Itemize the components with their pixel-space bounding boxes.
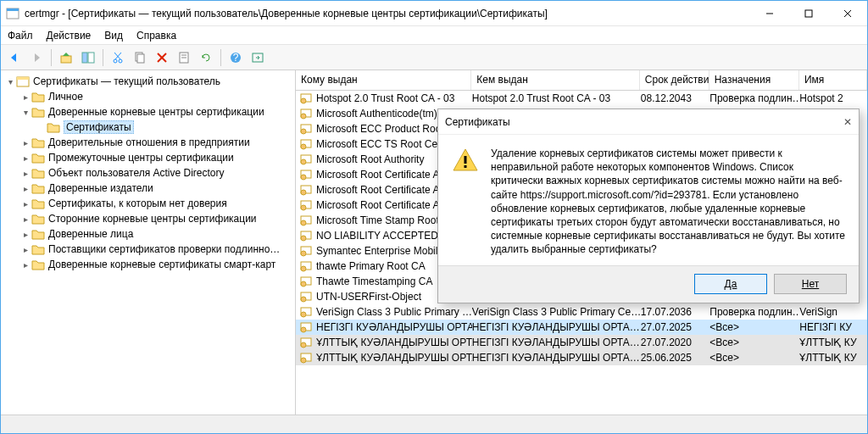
svg-rect-1: [7, 8, 19, 11]
menu-file[interactable]: Файл: [8, 30, 33, 42]
svg-point-60: [301, 358, 306, 363]
toolbar-sep: [220, 49, 221, 66]
toolbar-sep: [51, 49, 52, 66]
svg-rect-61: [465, 156, 467, 164]
tree-item[interactable]: ▸Доверенные лица: [1, 226, 295, 242]
svg-point-30: [301, 129, 306, 134]
svg-point-36: [301, 175, 306, 180]
col-expires[interactable]: Срок действия: [640, 70, 709, 90]
svg-rect-7: [82, 53, 87, 63]
svg-point-44: [301, 236, 306, 241]
tree-item[interactable]: ▸Промежуточные центры сертификации: [1, 150, 295, 165]
tree-item[interactable]: ▸Сертификаты, к которым нет доверия: [1, 196, 295, 211]
svg-rect-3: [805, 10, 812, 17]
forward-button[interactable]: [26, 47, 47, 68]
tree-item[interactable]: ▾Доверенные корневые центры сертификации: [1, 104, 295, 120]
warning-icon: [452, 147, 479, 174]
refresh-button[interactable]: [196, 47, 216, 68]
tree-item[interactable]: ▸Доверительные отношения в предприятии: [1, 135, 295, 150]
maximize-button[interactable]: [789, 1, 828, 26]
tree-item[interactable]: ▸Личное: [1, 89, 295, 104]
cert-row[interactable]: ҰЛТТЫҚ КУӘЛАНДЫРУШЫ ОРТА…НЕГІЗГІ КУӘЛАНД…: [296, 350, 867, 365]
up-button[interactable]: [56, 47, 76, 68]
export-button[interactable]: [248, 47, 268, 68]
confirm-dialog: Сертификаты ✕ Удаление корневых сертифик…: [437, 108, 860, 303]
menu-action[interactable]: Действие: [47, 30, 92, 42]
tree-item[interactable]: Сертификаты: [1, 120, 295, 135]
svg-point-46: [301, 251, 306, 256]
dialog-yes-button[interactable]: Да: [694, 274, 767, 294]
col-purpose[interactable]: Назначения: [709, 70, 799, 90]
svg-rect-6: [61, 56, 71, 63]
menu-help[interactable]: Справка: [136, 30, 176, 42]
menu-view[interactable]: Вид: [104, 30, 123, 42]
show-hide-tree-button[interactable]: [78, 47, 98, 68]
svg-point-10: [119, 59, 122, 63]
svg-rect-8: [88, 53, 94, 63]
svg-point-56: [301, 327, 306, 332]
properties-button[interactable]: [174, 47, 194, 68]
svg-point-28: [301, 114, 306, 119]
cert-store-icon: [16, 75, 30, 88]
svg-point-9: [114, 59, 117, 63]
col-name[interactable]: Имя: [799, 70, 867, 90]
dialog-text: Удаление корневых сертификатов системы м…: [491, 147, 845, 257]
svg-point-52: [301, 297, 306, 302]
svg-point-38: [301, 190, 306, 195]
tree-item[interactable]: ▸Поставщики сертификатов проверки подлин…: [1, 242, 295, 257]
back-button[interactable]: [4, 47, 25, 68]
svg-point-58: [301, 342, 306, 348]
help-button[interactable]: ?: [225, 47, 246, 68]
window-title: certmgr - [Сертификаты — текущий пользов…: [25, 8, 750, 19]
tree-root[interactable]: ▾Сертификаты — текущий пользователь: [1, 74, 295, 89]
dialog-no-button[interactable]: Нет: [774, 274, 847, 294]
dialog-close-button[interactable]: ✕: [826, 116, 852, 128]
svg-rect-14: [137, 54, 144, 63]
toolbar: ?: [1, 45, 867, 70]
dialog-titlebar: Сертификаты ✕: [438, 109, 859, 135]
svg-line-12: [114, 53, 120, 59]
svg-text:?: ?: [233, 52, 239, 64]
svg-point-26: [301, 98, 306, 103]
svg-line-11: [115, 53, 121, 59]
svg-point-54: [301, 312, 306, 317]
svg-point-32: [301, 144, 306, 149]
statusbar: [1, 415, 867, 433]
menubar: Файл Действие Вид Справка: [1, 26, 867, 45]
cut-button[interactable]: [108, 47, 128, 68]
svg-rect-62: [465, 165, 467, 168]
col-issued-to[interactable]: Кому выдан: [296, 70, 471, 90]
titlebar: certmgr - [Сертификаты — текущий пользов…: [1, 1, 867, 26]
toolbar-sep: [103, 49, 103, 66]
tree-item[interactable]: ▸Объект пользователя Active Directory: [1, 165, 295, 181]
app-icon: [6, 7, 19, 20]
close-button[interactable]: [828, 1, 867, 26]
minimize-button[interactable]: [750, 1, 789, 26]
svg-point-48: [301, 266, 306, 271]
svg-point-50: [301, 281, 306, 287]
svg-rect-24: [17, 77, 29, 80]
svg-point-40: [301, 205, 306, 210]
tree-item[interactable]: ▸Сторонние корневые центры сертификации: [1, 211, 295, 226]
delete-button[interactable]: [152, 47, 172, 68]
tree-pane[interactable]: ▾Сертификаты — текущий пользователь ▸Лич…: [1, 70, 296, 415]
copy-button[interactable]: [130, 47, 150, 68]
dialog-title: Сертификаты: [445, 116, 826, 128]
svg-point-42: [301, 220, 306, 225]
tree-item[interactable]: ▸Доверенные корневые сертификаты смарт-к…: [1, 257, 295, 272]
cert-row[interactable]: Hotspot 2.0 Trust Root CA - 03Hotspot 2.…: [296, 91, 867, 106]
col-issued-by[interactable]: Кем выдан: [471, 70, 640, 90]
list-header: Кому выдан Кем выдан Срок действия Назна…: [296, 70, 867, 91]
svg-point-34: [301, 159, 306, 164]
cert-row[interactable]: НЕГІЗГІ КУӘЛАНДЫРУШЫ ОРТА…НЕГІЗГІ КУӘЛАН…: [296, 320, 867, 335]
cert-row[interactable]: VeriSign Class 3 Public Primary …VeriSig…: [296, 304, 867, 320]
tree-item[interactable]: ▸Доверенные издатели: [1, 181, 295, 196]
cert-row[interactable]: ҰЛТТЫҚ КУӘЛАНДЫРУШЫ ОРТА…НЕГІЗГІ КУӘЛАНД…: [296, 335, 867, 350]
